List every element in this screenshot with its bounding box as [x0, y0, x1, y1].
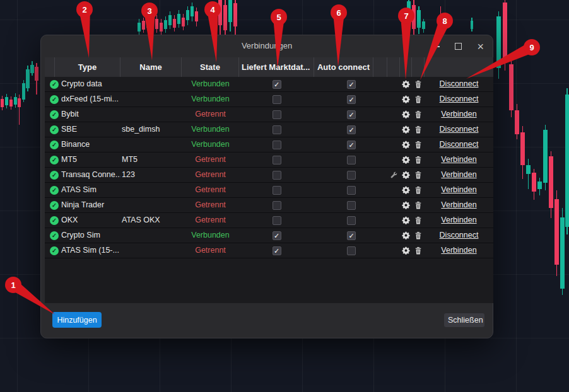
- connection-action-link[interactable]: Disconnect: [440, 137, 479, 152]
- settings-button[interactable]: [400, 107, 412, 122]
- market-data-checkbox[interactable]: ✓: [273, 171, 281, 180]
- delete-button[interactable]: [412, 198, 425, 212]
- market-data-checkbox[interactable]: ✓: [273, 95, 281, 104]
- market-data-checkbox[interactable]: ✓: [273, 246, 281, 255]
- dialog-titlebar[interactable]: Verbindungen ×: [41, 35, 493, 57]
- settings-button[interactable]: [400, 183, 412, 197]
- connection-action-link[interactable]: Verbinden: [441, 213, 476, 228]
- connection-action-link[interactable]: Verbinden: [441, 153, 476, 167]
- settings-button[interactable]: [400, 213, 412, 228]
- auto-connect-checkbox[interactable]: ✓: [347, 201, 356, 210]
- market-data-checkbox[interactable]: ✓: [273, 231, 281, 240]
- market-data-checkbox[interactable]: ✓: [273, 141, 281, 149]
- auto-connect-checkbox[interactable]: ✓: [347, 125, 356, 134]
- settings-button[interactable]: [400, 137, 412, 152]
- market-data-checkbox[interactable]: ✓: [273, 110, 281, 119]
- table-row[interactable]: ✓BinanceVerbunden✓✓Disconnect: [45, 137, 493, 153]
- auto-connect-checkbox[interactable]: ✓: [347, 231, 356, 240]
- market-data-checkbox[interactable]: ✓: [273, 186, 281, 195]
- table-row[interactable]: ✓MT5MT5Getrennt✓✓Verbinden: [45, 153, 493, 168]
- auto-connect-checkbox[interactable]: ✓: [347, 156, 356, 164]
- maximize-icon[interactable]: [455, 43, 462, 50]
- delete-button[interactable]: [412, 183, 425, 197]
- column-header-auto_connect[interactable]: Auto connect: [314, 57, 373, 77]
- settings-button[interactable]: [400, 198, 412, 212]
- delete-button[interactable]: [412, 122, 425, 137]
- table-row[interactable]: ✓ATAS Sim (15-...Getrennt✓✓Verbinden: [45, 243, 493, 258]
- close-dialog-button[interactable]: Schließen: [444, 313, 484, 327]
- column-header-delete[interactable]: [412, 57, 425, 77]
- connection-action-link[interactable]: Disconnect: [440, 77, 479, 91]
- settings-button[interactable]: [400, 153, 412, 167]
- auto-connect-checkbox[interactable]: ✓: [347, 141, 356, 149]
- market-data-checkbox[interactable]: ✓: [273, 216, 281, 225]
- market-data-checkbox[interactable]: ✓: [273, 80, 281, 89]
- table-row[interactable]: ✓dxFeed (15-mi...Verbunden✓✓Disconnect: [45, 92, 493, 107]
- candle-body: [417, 10, 421, 28]
- table-row[interactable]: ✓SBEsbe_dimshVerbunden✓✓Disconnect: [45, 122, 493, 137]
- settings-button[interactable]: [400, 228, 412, 243]
- table-row[interactable]: ✓Crypto SimVerbunden✓✓Disconnect: [45, 228, 493, 243]
- delete-button[interactable]: [412, 77, 425, 91]
- edit-cell[interactable]: [387, 168, 400, 182]
- auto-connect-checkbox[interactable]: ✓: [347, 186, 356, 195]
- delete-button[interactable]: [412, 243, 425, 258]
- connection-action-link[interactable]: Verbinden: [441, 183, 476, 197]
- column-header-market_data[interactable]: Liefert Marktdat...: [239, 57, 314, 77]
- delete-button[interactable]: [412, 137, 425, 152]
- connection-action-link[interactable]: Verbinden: [441, 107, 476, 122]
- column-header-spacer[interactable]: [373, 57, 387, 77]
- connection-action-link[interactable]: Disconnect: [440, 122, 479, 137]
- table-row[interactable]: ✓BybitGetrennt✓✓Verbinden: [45, 107, 493, 122]
- column-header-settings[interactable]: [400, 57, 412, 77]
- connection-action-link[interactable]: Disconnect: [440, 228, 479, 243]
- edit-cell: [387, 122, 400, 137]
- market-data-cell: ✓: [239, 198, 314, 212]
- settings-button[interactable]: [400, 243, 412, 258]
- column-header-status[interactable]: [45, 57, 55, 77]
- delete-button[interactable]: [412, 168, 425, 182]
- connection-action-link[interactable]: Verbinden: [441, 168, 476, 182]
- delete-button[interactable]: [412, 228, 425, 243]
- market-data-checkbox[interactable]: ✓: [273, 156, 281, 164]
- table-row[interactable]: ✓OKXATAS OKXGetrennt✓✓Verbinden: [45, 213, 493, 228]
- delete-button[interactable]: [412, 153, 425, 167]
- auto-connect-cell: ✓: [314, 122, 373, 137]
- column-header-name[interactable]: Name: [120, 57, 182, 77]
- candle-body: [151, 13, 154, 23]
- connection-action-link[interactable]: Disconnect: [440, 92, 479, 107]
- table-row[interactable]: ✓Transaq Conne...123Getrennt✓✓Verbinden: [45, 168, 493, 183]
- type-cell: Transaq Conne...: [55, 168, 120, 182]
- settings-button[interactable]: [400, 77, 412, 91]
- auto-connect-checkbox[interactable]: ✓: [347, 80, 356, 89]
- close-icon[interactable]: ×: [477, 42, 484, 51]
- connection-action-link[interactable]: Verbinden: [441, 198, 476, 212]
- column-header-type[interactable]: Type: [55, 57, 120, 77]
- column-header-action[interactable]: [425, 57, 493, 77]
- add-connection-button[interactable]: Hinzufügen: [52, 312, 102, 328]
- table-row[interactable]: ✓Crypto dataVerbunden✓✓Disconnect: [45, 77, 493, 92]
- status-cell: ✓: [45, 92, 55, 107]
- settings-button[interactable]: [400, 92, 412, 107]
- connection-action-link[interactable]: Verbinden: [441, 243, 476, 258]
- column-header-state[interactable]: State: [182, 57, 239, 77]
- auto-connect-checkbox[interactable]: ✓: [347, 216, 356, 225]
- state-cell: Verbunden: [182, 122, 239, 137]
- delete-button[interactable]: [412, 92, 425, 107]
- auto-connect-checkbox[interactable]: ✓: [347, 171, 356, 180]
- column-header-edit[interactable]: [387, 57, 400, 77]
- auto-connect-checkbox[interactable]: ✓: [347, 110, 356, 119]
- auto-connect-checkbox[interactable]: ✓: [347, 246, 356, 255]
- delete-button[interactable]: [412, 107, 425, 122]
- type-cell: SBE: [55, 122, 120, 137]
- settings-button[interactable]: [400, 168, 412, 182]
- table-row[interactable]: ✓ATAS SimGetrennt✓✓Verbinden: [45, 183, 493, 198]
- auto-connect-checkbox[interactable]: ✓: [347, 95, 356, 104]
- table-row[interactable]: ✓Ninja TraderGetrennt✓✓Verbinden: [45, 198, 493, 213]
- state-cell: Getrennt: [182, 168, 239, 182]
- settings-button[interactable]: [400, 122, 412, 137]
- market-data-checkbox[interactable]: ✓: [273, 125, 281, 134]
- market-data-checkbox[interactable]: ✓: [273, 201, 281, 210]
- delete-button[interactable]: [412, 213, 425, 228]
- minimize-icon[interactable]: [433, 46, 440, 47]
